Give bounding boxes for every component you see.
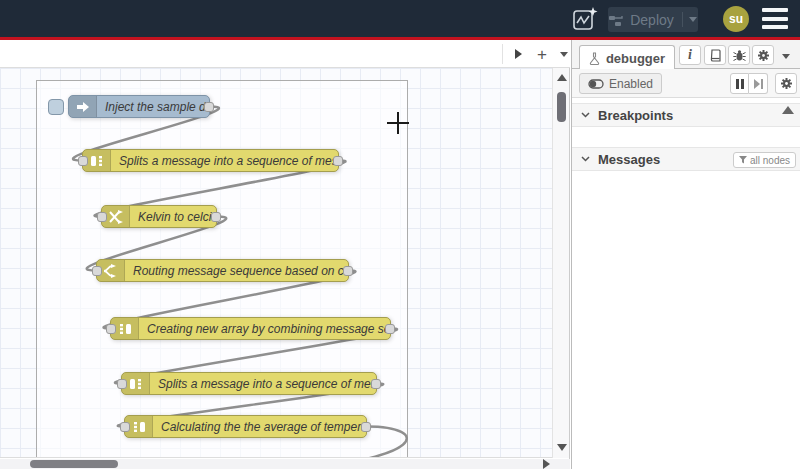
join-icon xyxy=(118,322,132,336)
info-icon: i xyxy=(688,47,692,63)
workspace: + xyxy=(0,40,570,469)
node-inject[interactable]: Inject the sample data xyxy=(68,95,210,118)
node-icon-region xyxy=(69,96,97,117)
node-switch[interactable]: Routing message sequence based on condit… xyxy=(96,259,349,282)
tab-debugger-label: debugger xyxy=(606,51,665,66)
node-label: Routing message sequence based on condit… xyxy=(125,264,348,278)
output-port[interactable] xyxy=(343,266,353,276)
gear-icon xyxy=(757,49,770,62)
node-label: Inject the sample data xyxy=(97,100,209,114)
add-flow-button[interactable]: + xyxy=(531,44,553,64)
node-split[interactable]: Splits a message into a sequence of mess… xyxy=(121,372,377,395)
tab-debugger[interactable]: debugger xyxy=(579,45,675,70)
node-join[interactable]: Calculating the the average of temperatu… xyxy=(124,415,367,438)
canvas-vertical-scrollbar[interactable] xyxy=(552,68,569,458)
scroll-down-icon[interactable] xyxy=(557,444,567,451)
node-label: Creating new array by combining message … xyxy=(139,322,390,336)
bug-icon xyxy=(733,49,746,62)
sidebar-menu-button[interactable] xyxy=(778,49,794,63)
debugger-enabled-toggle[interactable]: Enabled xyxy=(579,73,662,94)
deploy-icon xyxy=(609,13,624,27)
output-port[interactable] xyxy=(385,324,395,334)
debugger-toolbar: Enabled xyxy=(572,69,800,98)
debugger-settings-button[interactable] xyxy=(775,73,797,94)
flow-canvas[interactable]: Inject the sample data Splits a message … xyxy=(0,68,552,458)
chevron-down-icon xyxy=(581,156,590,162)
avatar-initials: su xyxy=(729,12,743,26)
flow-tab-bar: + xyxy=(0,40,570,68)
main-menu-button[interactable] xyxy=(762,8,788,29)
input-port[interactable] xyxy=(106,324,116,334)
messages-title: Messages xyxy=(598,152,660,167)
split-icon xyxy=(129,377,143,391)
node-change[interactable]: Kelvin to celcius xyxy=(101,205,217,228)
help-tab-button[interactable] xyxy=(704,45,726,65)
flask-icon xyxy=(589,52,600,65)
messages-section-header[interactable]: Messages all nodes xyxy=(572,147,800,171)
pause-icon xyxy=(736,79,744,89)
gear-icon xyxy=(780,77,793,90)
node-label: Splits a message into a sequence of mess… xyxy=(150,377,376,391)
play-icon xyxy=(515,49,522,59)
pause-button[interactable] xyxy=(730,73,749,94)
input-port[interactable] xyxy=(78,156,88,166)
hamburger-icon xyxy=(762,8,788,12)
horizontal-scroll-thumb[interactable] xyxy=(30,460,118,468)
output-port[interactable] xyxy=(204,102,214,112)
sidebar-tab-bar: debugger i xyxy=(572,40,800,69)
step-button[interactable] xyxy=(749,73,768,94)
input-port[interactable] xyxy=(120,422,130,432)
node-label: Calculating the the average of temperatu… xyxy=(153,420,366,434)
config-nodes-tab-button[interactable] xyxy=(752,45,774,65)
filter-funnel-icon xyxy=(739,156,747,164)
breakpoints-section-header[interactable]: Breakpoints xyxy=(572,103,800,127)
output-port[interactable] xyxy=(371,379,381,389)
node-join[interactable]: Creating new array by combining message … xyxy=(110,317,391,340)
tabbar-separator xyxy=(502,44,503,64)
user-avatar[interactable]: su xyxy=(723,6,749,32)
input-port[interactable] xyxy=(117,379,127,389)
assistant-button[interactable] xyxy=(571,6,599,32)
split-icon xyxy=(90,154,104,168)
change-icon xyxy=(108,210,123,224)
node-label: Kelvin to celcius xyxy=(130,210,216,224)
breakpoints-title: Breakpoints xyxy=(598,108,673,123)
join-icon xyxy=(132,420,146,434)
info-tab-button[interactable]: i xyxy=(679,45,701,65)
output-port[interactable] xyxy=(211,212,221,222)
toggle-on-icon xyxy=(588,79,604,89)
sidebar: debugger i xyxy=(571,40,800,469)
pause-step-group xyxy=(730,73,768,94)
debug-messages-tab-button[interactable] xyxy=(728,45,750,65)
book-icon xyxy=(709,49,722,62)
header: Deploy su xyxy=(0,0,800,37)
tab-scroll-right-button[interactable] xyxy=(507,44,529,64)
vertical-scroll-thumb[interactable] xyxy=(557,92,566,122)
inject-trigger-button[interactable] xyxy=(48,99,64,115)
scroll-up-icon[interactable] xyxy=(557,74,567,81)
chevron-down-icon xyxy=(581,112,590,118)
step-forward-icon xyxy=(754,79,763,89)
crosshair-cursor-icon xyxy=(386,111,410,135)
enabled-label: Enabled xyxy=(609,77,653,91)
input-port[interactable] xyxy=(97,212,107,222)
plus-icon: + xyxy=(537,46,547,63)
node-red-app: Deploy su + xyxy=(0,0,800,469)
node-split[interactable]: Splits a message into a sequence of mess… xyxy=(82,149,339,172)
canvas-horizontal-scrollbar[interactable] xyxy=(0,459,570,469)
scroll-right-icon[interactable] xyxy=(543,459,550,469)
deploy-label: Deploy xyxy=(630,12,674,28)
output-port[interactable] xyxy=(361,422,371,432)
deploy-separator xyxy=(682,12,683,27)
output-port[interactable] xyxy=(333,156,343,166)
filter-label: all nodes xyxy=(750,155,790,166)
deploy-chevron-icon[interactable] xyxy=(689,17,697,22)
sidebar-scroll-up-icon[interactable] xyxy=(782,106,794,114)
deploy-button[interactable]: Deploy xyxy=(608,7,698,32)
inject-arrow-icon xyxy=(76,101,90,113)
chevron-down-icon xyxy=(782,54,790,59)
input-port[interactable] xyxy=(92,266,102,276)
switch-icon xyxy=(103,264,118,278)
node-label: Splits a message into a sequence of mess… xyxy=(111,154,338,168)
message-filter-button[interactable]: all nodes xyxy=(733,152,796,168)
